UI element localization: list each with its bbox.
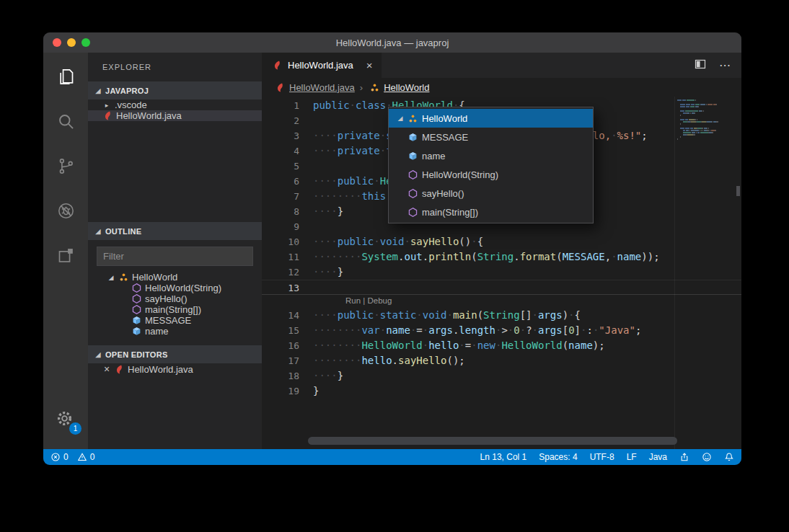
symbol-item-helloworld[interactable]: ◢HelloWorld [389, 109, 593, 128]
outline-item-helloworld[interactable]: ◢HelloWorld [88, 272, 262, 283]
class-glyph [118, 272, 129, 283]
section-header-javaproj[interactable]: ◢ JAVAPROJ [88, 81, 262, 99]
split-editor-button[interactable] [695, 58, 706, 73]
breadcrumb: HelloWorld.java›HelloWorld [262, 78, 741, 97]
field-glyph [131, 315, 142, 326]
minimap-line [677, 104, 736, 105]
symbol-item-main-string[interactable]: main(String[]) [389, 203, 593, 221]
explorer-item-helloworld-java[interactable]: HelloWorld.java [88, 110, 262, 121]
field-glyph [407, 151, 418, 161]
line-number: 8 [262, 204, 299, 219]
close-window-button[interactable] [53, 38, 61, 47]
extensions-icon [56, 246, 76, 265]
code-line-14: 14····public·static·void·main(String[]·a… [262, 308, 741, 323]
more-actions-button[interactable]: ⋯ [719, 58, 731, 72]
editor-group: HelloWorld.java × ⋯ HelloWorld.java›Hell… [262, 53, 741, 449]
warning-icon [77, 452, 87, 462]
minimap-line [677, 102, 736, 103]
close-icon[interactable]: × [101, 363, 113, 375]
explorer-item-vscode[interactable]: ▸.vscode [88, 99, 262, 110]
minimap-line [677, 119, 736, 120]
outline-item-sayhello[interactable]: sayHello() [88, 293, 262, 304]
status-ln-13-col-1[interactable]: Ln 13, Col 1 [480, 452, 527, 462]
tab-label: HelloWorld.java [288, 60, 353, 71]
breadcrumb-item-helloworld-java[interactable]: HelloWorld.java [273, 82, 355, 93]
feedback-smiley-button[interactable] [702, 452, 712, 462]
line-content: ····} [313, 368, 343, 384]
twistie-icon: ◢ [92, 87, 104, 94]
status-utf-8[interactable]: UTF-8 [590, 452, 614, 462]
breadcrumb-label: HelloWorld [384, 82, 429, 93]
line-number: 10 [262, 234, 299, 249]
item-label: main(String[]) [422, 205, 478, 220]
code-line-16: 16········HelloWorld·hello·=·new·HelloWo… [262, 338, 741, 353]
settings-gear-button[interactable]: 1 [55, 409, 76, 430]
class-icon [117, 272, 130, 283]
java-file-glyph [102, 110, 113, 121]
outline-filter-input[interactable] [97, 247, 253, 266]
class-glyph [369, 82, 380, 93]
outline-item-main-string[interactable]: main(String[]) [88, 304, 262, 315]
method-icon [130, 283, 143, 293]
share-button[interactable] [679, 452, 689, 462]
line-number: 3 [262, 128, 299, 143]
activity-extensions-button[interactable] [48, 237, 84, 273]
notifications-button[interactable] [724, 452, 734, 462]
activity-search-button[interactable] [48, 103, 84, 139]
method-icon [406, 169, 419, 180]
minimap-line [677, 106, 736, 107]
line-number: 16 [262, 338, 299, 353]
java-file-icon [113, 364, 125, 375]
breadcrumb-symbol-picker: ◢HelloWorldMESSAGEnameHelloWorld(String)… [388, 107, 594, 223]
item-label: sayHello() [422, 186, 464, 201]
outline-item-message[interactable]: MESSAGE [88, 315, 262, 326]
minimize-window-button[interactable] [67, 38, 76, 47]
class-icon [406, 113, 419, 124]
zoom-window-button[interactable] [81, 38, 90, 47]
minimap-line [677, 138, 736, 140]
status-lf[interactable]: LF [627, 452, 637, 462]
section-header-open-editors[interactable]: ◢ OPEN EDITORS [88, 345, 262, 363]
item-label: .vscode [115, 99, 147, 110]
breadcrumb-separator-icon: › [360, 82, 363, 93]
item-label: HelloWorld [422, 111, 467, 126]
method-icon [130, 304, 143, 315]
warning-count: 0 [90, 452, 95, 462]
symbol-item-sayhello[interactable]: sayHello() [389, 184, 593, 203]
line-number: 6 [262, 174, 299, 189]
minimap[interactable] [677, 99, 736, 141]
minimap-line [677, 136, 736, 138]
symbol-item-helloworld-string[interactable]: HelloWorld(String) [389, 165, 593, 184]
outline-item-helloworld-string[interactable]: HelloWorld(String) [88, 283, 262, 293]
outline-item-name[interactable]: name [88, 326, 262, 337]
activity-debug-button[interactable] [48, 192, 84, 229]
code-editor[interactable]: 1public·class·HelloWorld·{23····private·… [262, 97, 741, 449]
minimap-line [677, 115, 736, 116]
item-label: name [422, 148, 446, 164]
tab-helloworld-java[interactable]: HelloWorld.java × [262, 53, 382, 78]
activity-explorer-button[interactable] [48, 58, 84, 94]
symbol-item-name[interactable]: name [389, 146, 593, 165]
horizontal-scrollbar[interactable] [308, 437, 677, 445]
item-label: sayHello() [145, 293, 188, 304]
share-icon [679, 452, 689, 462]
codelens-run-debug[interactable]: Run | Debug [262, 295, 741, 308]
line-content: ········var·name·=·args.length·>·0·?·arg… [313, 323, 641, 338]
item-label: HelloWorld.java [128, 364, 193, 375]
line-content: ····} [313, 204, 343, 219]
status-java[interactable]: Java [649, 452, 667, 462]
problems-warnings[interactable]: 0 [77, 452, 95, 462]
status-spaces-4[interactable]: Spaces: 4 [539, 452, 577, 462]
titlebar[interactable]: HelloWorld.java — javaproj [43, 32, 741, 53]
minimap-line [677, 121, 736, 123]
chevron-right-icon: ▸ [101, 102, 113, 109]
tab-close-icon[interactable]: × [366, 60, 373, 71]
field-icon [406, 132, 419, 143]
problems-errors[interactable]: 0 [50, 452, 69, 462]
symbol-item-message[interactable]: MESSAGE [389, 128, 593, 146]
breadcrumb-item-helloworld[interactable]: HelloWorld [368, 82, 429, 93]
section-header-outline[interactable]: ◢ OUTLINE [88, 222, 262, 240]
line-number: 13 [262, 280, 299, 294]
open-editor-helloworld-java[interactable]: ×HelloWorld.java [88, 363, 262, 375]
activity-source-control-button[interactable] [48, 148, 84, 184]
